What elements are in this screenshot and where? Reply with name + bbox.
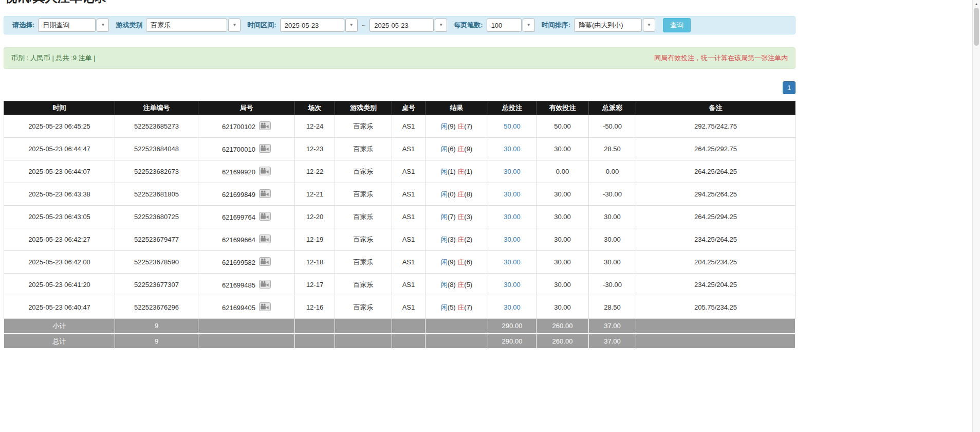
column-header: 总派彩: [589, 101, 636, 115]
page-size-toggle[interactable]: ▼: [523, 19, 535, 32]
search-button[interactable]: 查询: [663, 18, 691, 32]
cell-note: 234.25/264.25: [636, 228, 796, 251]
cell-table-no: AS1: [392, 160, 426, 183]
video-replay-button[interactable]: [259, 302, 271, 313]
cell-game-type: 百家乐: [335, 183, 392, 206]
video-replay-icon: [259, 167, 271, 175]
player-score: (5): [448, 303, 458, 311]
player-result-label: 闲: [441, 190, 448, 198]
column-header: 桌号: [392, 101, 426, 115]
query-type-value[interactable]: 日期查询: [38, 19, 96, 32]
footer-empty: [335, 319, 392, 334]
banker-result-label: 庄: [457, 122, 464, 130]
chevron-down-icon: ▼: [349, 23, 354, 27]
cell-time: 2025-05-23 06:40:47: [4, 296, 115, 319]
date-end-value[interactable]: 2025-05-23: [369, 19, 434, 32]
total-bet-link[interactable]: 30.00: [504, 213, 521, 221]
cell-time: 2025-05-23 06:42:27: [4, 228, 115, 251]
video-replay-button[interactable]: [259, 189, 271, 200]
vertical-scrollbar[interactable]: ▲: [972, 0, 980, 432]
video-replay-button[interactable]: [259, 280, 271, 290]
footer-empty: [426, 334, 488, 349]
cell-valid-bet: 30.00: [537, 138, 589, 160]
cell-total-bet: 30.00: [488, 228, 537, 251]
total-bet-link[interactable]: 50.00: [504, 122, 521, 130]
banker-result-label: 庄: [457, 168, 464, 175]
round-id: 621699405: [222, 303, 255, 311]
time-sort-toggle[interactable]: ▼: [643, 19, 655, 32]
total-bet-link[interactable]: 30.00: [504, 258, 521, 266]
column-header: 有效投注: [537, 101, 589, 115]
column-header: 时间: [4, 101, 115, 115]
page-size-label: 每页笔数:: [454, 21, 483, 30]
total-bet-link[interactable]: 30.00: [504, 168, 521, 175]
records-table: 时间注单编号局号场次游戏类别桌号结果总投注有效投注总派彩备注 2025-05-2…: [4, 101, 796, 349]
page-size-combobox: 100 ▼: [487, 19, 535, 32]
cell-table-no: AS1: [392, 251, 426, 274]
video-replay-icon: [259, 189, 271, 198]
total-bet-link[interactable]: 30.00: [504, 190, 521, 198]
footer-empty: [636, 319, 796, 334]
cell-total-bet: 50.00: [488, 115, 537, 138]
cell-bet-id: 522523685273: [115, 115, 198, 138]
page-button-1[interactable]: 1: [783, 81, 796, 94]
banker-score: (9): [464, 145, 472, 153]
cell-table-no: AS1: [392, 206, 426, 228]
total-bet-link[interactable]: 30.00: [504, 145, 521, 153]
player-result-label: 闲: [441, 122, 448, 130]
date-start-combobox: 2025-05-23 ▼: [280, 19, 358, 32]
banker-score: (7): [464, 303, 472, 311]
cell-session: 12-18: [295, 251, 335, 274]
time-sort-label: 时间排序:: [542, 21, 570, 30]
cell-valid-bet: 30.00: [537, 228, 589, 251]
cell-note: 264.25/292.75: [636, 138, 796, 160]
total-bet-link[interactable]: 30.00: [504, 303, 521, 311]
time-sort-value[interactable]: 降冪(由大到小): [574, 19, 642, 32]
cell-table-no: AS1: [392, 296, 426, 319]
cell-note: 292.75/242.75: [636, 115, 796, 138]
video-replay-button[interactable]: [259, 235, 271, 245]
date-end-toggle[interactable]: ▼: [435, 19, 447, 32]
video-replay-icon: [259, 121, 271, 130]
records-body: 2025-05-23 06:45:25522523685273621700102…: [4, 115, 796, 349]
cell-session: 12-16: [295, 296, 335, 319]
video-replay-icon: [259, 212, 271, 221]
player-score: (8): [448, 281, 458, 289]
banker-score: (8): [464, 190, 472, 198]
date-start-value[interactable]: 2025-05-23: [280, 19, 344, 32]
scrollbar-thumb[interactable]: [974, 8, 979, 46]
cell-valid-bet: 50.00: [537, 115, 589, 138]
banker-result-label: 庄: [457, 190, 464, 198]
cell-table-no: AS1: [392, 138, 426, 160]
video-replay-button[interactable]: [259, 121, 271, 132]
video-replay-button[interactable]: [259, 212, 271, 222]
cell-note: 264.25/264.25: [636, 160, 796, 183]
scroll-up-icon[interactable]: ▲: [973, 0, 980, 7]
cell-time: 2025-05-23 06:44:07: [4, 160, 115, 183]
record-row: 2025-05-23 06:44:07522523682673621699920…: [4, 160, 796, 183]
game-type-label: 游戏类别: [116, 21, 142, 30]
player-score: (0): [448, 190, 458, 198]
footer-empty: [295, 334, 335, 349]
video-replay-button[interactable]: [259, 144, 271, 154]
cell-bet-id: 522523680725: [115, 206, 198, 228]
date-start-toggle[interactable]: ▼: [345, 19, 358, 32]
cell-payout: 30.00: [589, 251, 636, 274]
video-replay-button[interactable]: [259, 257, 271, 267]
game-type-toggle[interactable]: ▼: [228, 19, 241, 32]
total-bet-link[interactable]: 30.00: [504, 236, 521, 243]
cell-table-no: AS1: [392, 183, 426, 206]
banker-result-label: 庄: [457, 213, 464, 221]
cell-time: 2025-05-23 06:41:20: [4, 274, 115, 296]
cell-game-type: 百家乐: [335, 228, 392, 251]
game-type-value[interactable]: 百家乐: [146, 19, 227, 32]
page-size-value[interactable]: 100: [487, 19, 522, 32]
cell-game-type: 百家乐: [335, 115, 392, 138]
query-type-toggle[interactable]: ▼: [97, 19, 109, 32]
total-bet-link[interactable]: 30.00: [504, 281, 521, 289]
footer-count: 9: [115, 319, 198, 334]
video-replay-button[interactable]: [259, 167, 271, 177]
cell-bet-id: 522523677307: [115, 274, 198, 296]
grandtotal-row: 总计9290.00260.0037.00: [4, 334, 796, 349]
chevron-down-icon: ▼: [439, 23, 443, 27]
